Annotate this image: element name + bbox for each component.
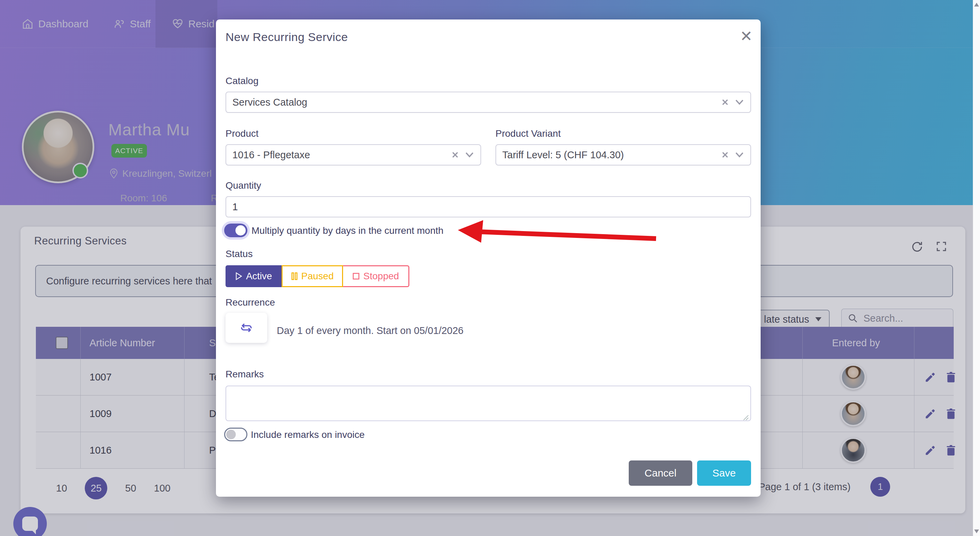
multiply-quantity-toggle[interactable] bbox=[224, 223, 247, 237]
catalog-label: Catalog bbox=[226, 75, 259, 86]
product-variant-value: Tariff Level: 5 (CHF 104.30) bbox=[502, 149, 624, 161]
product-value: 1016 - Pflegetaxe bbox=[232, 149, 310, 161]
catalog-select[interactable]: Services Catalog bbox=[226, 92, 751, 113]
recurrence-summary: Day 1 of every month. Start on 05/01/202… bbox=[277, 325, 464, 337]
close-icon[interactable]: ✕ bbox=[738, 28, 754, 44]
status-label: Status bbox=[226, 249, 253, 260]
screen: Dashboard Staff Resid Martha Mu ACTIVE K… bbox=[0, 0, 980, 536]
scrollbar[interactable] bbox=[973, 0, 980, 536]
status-option-label: Stopped bbox=[363, 271, 399, 282]
new-recurring-service-modal: New Recurring Service ✕ Catalog Services… bbox=[216, 19, 760, 497]
pause-icon bbox=[291, 272, 298, 280]
status-button-group: Active Paused Stopped bbox=[226, 265, 409, 287]
clear-icon[interactable] bbox=[451, 151, 459, 159]
play-icon bbox=[235, 272, 243, 280]
product-variant-select[interactable]: Tariff Level: 5 (CHF 104.30) bbox=[495, 144, 751, 166]
repeat-icon bbox=[239, 321, 254, 335]
multiply-quantity-label: Multiply quantity by days in the current… bbox=[251, 225, 444, 236]
recurrence-button[interactable] bbox=[226, 313, 267, 343]
save-button[interactable]: Save bbox=[697, 461, 751, 486]
stop-icon bbox=[352, 273, 360, 280]
status-paused-button[interactable]: Paused bbox=[282, 265, 343, 287]
quantity-input[interactable] bbox=[226, 196, 751, 217]
clear-icon[interactable] bbox=[721, 151, 729, 159]
chevron-down-icon[interactable] bbox=[735, 152, 744, 158]
clear-icon[interactable] bbox=[721, 98, 729, 106]
cancel-button[interactable]: Cancel bbox=[629, 461, 692, 486]
chevron-down-icon[interactable] bbox=[465, 152, 474, 158]
catalog-value: Services Catalog bbox=[232, 97, 307, 108]
include-remarks-label: Include remarks on invoice bbox=[251, 429, 364, 440]
recurrence-label: Recurrence bbox=[226, 297, 275, 308]
remarks-label: Remarks bbox=[226, 369, 264, 380]
product-select[interactable]: 1016 - Pflegetaxe bbox=[226, 144, 481, 166]
modal-title: New Recurring Service bbox=[226, 30, 348, 44]
status-active-button[interactable]: Active bbox=[226, 265, 282, 287]
product-label: Product bbox=[226, 128, 259, 139]
quantity-label: Quantity bbox=[226, 180, 261, 191]
status-option-label: Active bbox=[246, 271, 272, 282]
resize-grip-icon[interactable] bbox=[741, 413, 749, 421]
scroll-down-icon[interactable] bbox=[974, 530, 979, 533]
status-stopped-button[interactable]: Stopped bbox=[343, 265, 409, 287]
product-variant-label: Product Variant bbox=[495, 128, 561, 139]
include-remarks-toggle[interactable] bbox=[224, 428, 247, 441]
chevron-down-icon[interactable] bbox=[735, 99, 744, 105]
remarks-textarea[interactable] bbox=[226, 386, 751, 421]
status-option-label: Paused bbox=[301, 271, 334, 282]
scroll-up-icon[interactable] bbox=[974, 3, 979, 6]
